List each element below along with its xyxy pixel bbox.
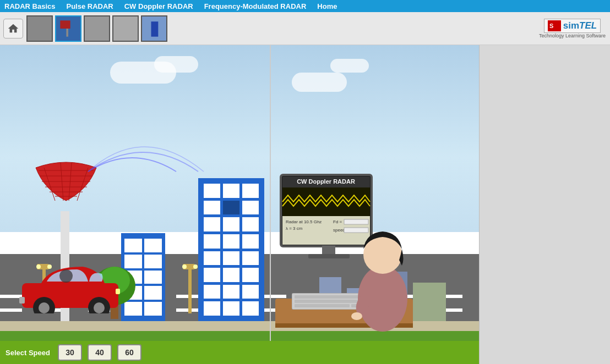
- right-panel: [479, 45, 610, 364]
- svg-point-33: [39, 302, 50, 313]
- svg-rect-0: [28, 16, 52, 41]
- speed-button-60[interactable]: 60: [117, 344, 141, 361]
- nav-home[interactable]: Home: [317, 2, 337, 10]
- home-button[interactable]: [3, 19, 23, 38]
- building-tall: [198, 178, 264, 321]
- svg-rect-58: [295, 304, 350, 307]
- svg-point-27: [193, 264, 198, 269]
- svg-point-26: [182, 264, 187, 269]
- simtel-logo: S simTEL Technology Learning Software: [539, 19, 606, 38]
- nav-fm-radar[interactable]: Frequency-Modulated RADAR: [204, 2, 307, 10]
- svg-rect-24: [188, 264, 192, 313]
- cloud-4: [330, 59, 369, 73]
- thumbnail-1[interactable]: [26, 15, 53, 42]
- select-speed-label: Select Speed: [6, 349, 50, 357]
- radar-dish: [30, 159, 102, 217]
- svg-text:CW Doppler RADAR: CW Doppler RADAR: [297, 178, 355, 185]
- bottom-bar: Select Speed 30 40 60: [0, 341, 479, 364]
- streetlight-2: [182, 264, 198, 321]
- thumbnail-3[interactable]: [84, 15, 110, 42]
- simtel-tagline: Technology Learning Software: [539, 33, 606, 38]
- svg-text:Fd =: Fd =: [333, 219, 342, 224]
- operator-person: [347, 222, 418, 334]
- speed-button-30[interactable]: 30: [58, 344, 82, 361]
- svg-rect-7: [151, 21, 159, 37]
- svg-text:λ = 3 cm: λ = 3 cm: [286, 226, 303, 231]
- svg-rect-51: [322, 245, 335, 255]
- thumbnail-4[interactable]: [112, 15, 139, 42]
- svg-text:Radar at 10.5 Ghz: Radar at 10.5 Ghz: [286, 219, 322, 224]
- speed-button-40[interactable]: 40: [88, 344, 112, 361]
- svg-point-35: [94, 302, 105, 313]
- svg-rect-38: [19, 297, 25, 304]
- svg-rect-2: [60, 20, 70, 29]
- thumbnail-2[interactable]: [55, 15, 81, 42]
- svg-point-36: [59, 269, 73, 283]
- navbar: RADAR Basics Pulse RADAR CW Doppler RADA…: [0, 0, 610, 12]
- cloud-2: [154, 56, 198, 73]
- divider-line: [270, 45, 271, 342]
- main-content: CW Doppler RADAR Radar at 10.5 Ghz λ = 3…: [0, 45, 610, 364]
- svg-rect-3: [66, 29, 68, 37]
- car: [17, 264, 127, 316]
- nav-cw-doppler[interactable]: CW Doppler RADAR: [124, 2, 193, 10]
- svg-text:S: S: [549, 23, 553, 29]
- svg-rect-52: [308, 254, 350, 258]
- simtel-icon: S: [548, 20, 561, 31]
- svg-rect-4: [85, 16, 109, 41]
- svg-rect-5: [113, 16, 138, 41]
- simtel-brand: simTEL: [563, 20, 597, 31]
- svg-point-62: [351, 312, 362, 320]
- scene-panel: CW Doppler RADAR Radar at 10.5 Ghz λ = 3…: [0, 45, 479, 364]
- cloud-3: [292, 73, 347, 92]
- svg-rect-37: [116, 289, 120, 294]
- nav-radar-basics[interactable]: RADAR Basics: [4, 2, 55, 10]
- thumbnail-bar: S simTEL Technology Learning Software: [0, 12, 610, 45]
- nav-pulse-radar[interactable]: Pulse RADAR: [66, 2, 113, 10]
- thumbnail-5[interactable]: [141, 15, 167, 42]
